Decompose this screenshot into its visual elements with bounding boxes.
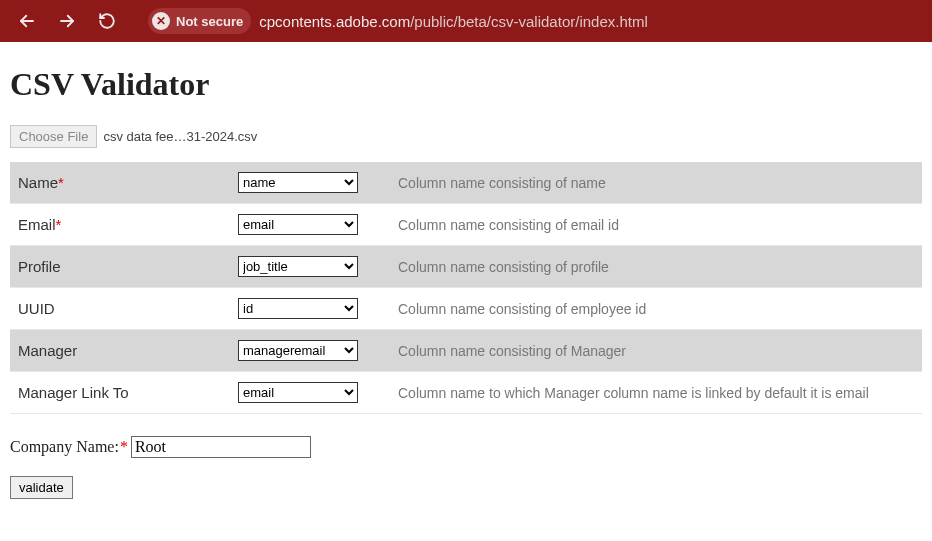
- page-content: CSV Validator Choose File csv data fee…3…: [0, 42, 932, 509]
- field-desc: Column name consisting of profile: [390, 246, 922, 288]
- not-secure-icon: ✕: [152, 12, 170, 30]
- table-row: Name* name Column name consisting of nam…: [10, 162, 922, 204]
- table-row: Email* email Column name consisting of e…: [10, 204, 922, 246]
- field-desc: Column name consisting of Manager: [390, 330, 922, 372]
- field-desc: Column name consisting of name: [390, 162, 922, 204]
- url-host: cpcontents.adobe.com: [259, 13, 410, 30]
- company-row: Company Name:*: [10, 436, 922, 458]
- field-label: Profile: [10, 246, 230, 288]
- forward-icon[interactable]: [54, 8, 80, 34]
- file-input-row: Choose File csv data fee…31-2024.csv: [10, 125, 922, 148]
- chosen-file-name: csv data fee…31-2024.csv: [103, 129, 257, 144]
- email-select[interactable]: email: [238, 214, 358, 235]
- security-badge[interactable]: ✕ Not secure: [148, 8, 251, 34]
- manager-select[interactable]: manageremail: [238, 340, 358, 361]
- field-label: Name*: [10, 162, 230, 204]
- reload-icon[interactable]: [94, 8, 120, 34]
- field-desc: Column name consisting of email id: [390, 204, 922, 246]
- not-secure-label: Not secure: [176, 14, 243, 29]
- name-select[interactable]: name: [238, 172, 358, 193]
- fields-table: Name* name Column name consisting of nam…: [10, 162, 922, 414]
- table-row: Manager manageremail Column name consist…: [10, 330, 922, 372]
- table-row: Profile job_title Column name consisting…: [10, 246, 922, 288]
- uuid-select[interactable]: id: [238, 298, 358, 319]
- field-label: Manager: [10, 330, 230, 372]
- field-label: Manager Link To: [10, 372, 230, 414]
- field-desc: Column name consisting of employee id: [390, 288, 922, 330]
- profile-select[interactable]: job_title: [238, 256, 358, 277]
- field-label: Email*: [10, 204, 230, 246]
- url-display[interactable]: cpcontents.adobe.com/public/beta/csv-val…: [259, 13, 648, 30]
- validate-button[interactable]: validate: [10, 476, 73, 499]
- company-name-input[interactable]: [131, 436, 311, 458]
- browser-bar: ✕ Not secure cpcontents.adobe.com/public…: [0, 0, 932, 42]
- url-path: /public/beta/csv-validator/index.html: [410, 13, 648, 30]
- back-icon[interactable]: [14, 8, 40, 34]
- field-label: UUID: [10, 288, 230, 330]
- manager-link-to-select[interactable]: email: [238, 382, 358, 403]
- page-title: CSV Validator: [10, 66, 922, 103]
- required-mark: *: [120, 438, 128, 456]
- field-desc: Column name to which Manager column name…: [390, 372, 922, 414]
- table-row: UUID id Column name consisting of employ…: [10, 288, 922, 330]
- company-label: Company Name:: [10, 438, 119, 456]
- choose-file-button[interactable]: Choose File: [10, 125, 97, 148]
- table-row: Manager Link To email Column name to whi…: [10, 372, 922, 414]
